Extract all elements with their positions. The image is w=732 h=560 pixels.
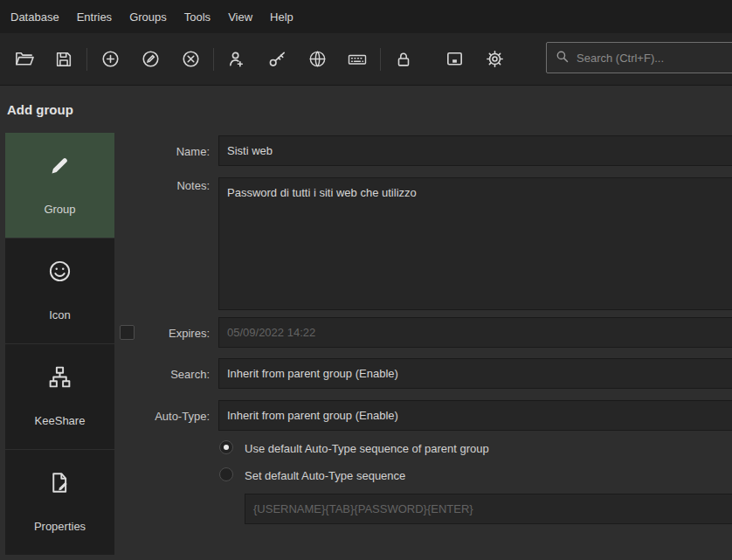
notes-label: Notes:	[122, 179, 210, 192]
save-database-button[interactable]	[44, 40, 84, 79]
sidebar-item-label: Icon	[49, 308, 71, 321]
edit-entry-button[interactable]	[130, 40, 170, 79]
share-hierarchy-icon	[47, 364, 73, 393]
add-entry-button[interactable]	[90, 40, 130, 79]
open-database-button[interactable]	[3, 40, 44, 79]
expires-datetime-field[interactable]: 05/09/2022 14:22	[218, 317, 732, 348]
open-database-icon	[14, 49, 34, 69]
sidebar-item-icon[interactable]: Icon	[5, 239, 114, 343]
autotype-combobox[interactable]: Inherit from parent group (Enable)	[218, 400, 732, 431]
menu-groups[interactable]: Groups	[121, 0, 176, 33]
save-database-icon	[54, 50, 73, 69]
sidebar-item-keeshare[interactable]: KeeShare	[5, 344, 114, 449]
use-default-sequence-label: Use default Auto-Type sequence of parent…	[245, 442, 489, 455]
copy-username-icon	[227, 49, 247, 69]
add-entry-icon	[100, 49, 121, 69]
screenshot-button[interactable]	[434, 40, 474, 79]
screenshot-icon	[445, 49, 465, 69]
edit-group-sidebar: Group Icon KeeShare	[5, 133, 114, 555]
autotype-sequence-field[interactable]: {USERNAME}{TAB}{PASSWORD}{ENTER}	[245, 494, 732, 524]
toolbar-separator	[213, 48, 214, 71]
page-title: Add group	[7, 102, 73, 117]
set-default-sequence-label: Set default Auto-Type sequence	[245, 469, 405, 482]
toolbar	[0, 33, 732, 86]
set-default-sequence-radio[interactable]	[219, 467, 233, 481]
sidebar-item-label: Properties	[34, 520, 86, 533]
autotype-setting-label: Auto-Type:	[122, 410, 210, 423]
menubar: Database Entries Groups Tools View Help	[0, 0, 732, 33]
copy-password-button[interactable]	[257, 40, 297, 79]
delete-entry-button[interactable]	[170, 40, 211, 79]
expires-label: Expires:	[122, 327, 210, 340]
sidebar-item-label: KeeShare	[35, 414, 86, 427]
toolbar-separator	[380, 48, 381, 71]
keepassxc-window: { "colors": { "selected_sidebar_bg": "#3…	[0, 0, 732, 560]
name-label: Name:	[122, 145, 210, 158]
menu-entries[interactable]: Entries	[68, 0, 121, 33]
edit-entry-icon	[141, 49, 161, 69]
gear-icon	[485, 49, 505, 69]
menu-database[interactable]: Database	[2, 0, 68, 33]
search-setting-label: Search:	[122, 368, 210, 381]
perform-autotype-icon	[347, 49, 368, 70]
pencil-icon	[47, 153, 73, 182]
document-edit-icon	[47, 470, 73, 499]
perform-autotype-button[interactable]	[337, 40, 377, 79]
sidebar-item-label: Group	[44, 203, 75, 216]
use-default-sequence-radio[interactable]	[219, 440, 233, 454]
menu-tools[interactable]: Tools	[176, 0, 219, 33]
copy-username-button[interactable]	[217, 40, 257, 79]
notes-textarea[interactable]: Password di tutti i siti web che utilizz…	[218, 177, 732, 310]
delete-entry-icon	[181, 49, 201, 69]
name-input[interactable]	[218, 135, 732, 166]
search-combobox[interactable]: Inherit from parent group (Enable)	[218, 358, 732, 389]
open-url-icon	[307, 49, 328, 69]
smiley-icon	[47, 259, 73, 287]
lock-databases-button[interactable]	[383, 40, 424, 79]
settings-button[interactable]	[474, 40, 514, 79]
menu-view[interactable]: View	[219, 0, 261, 33]
open-url-button[interactable]	[297, 40, 337, 79]
sidebar-item-group[interactable]: Group	[5, 133, 114, 238]
search-box	[546, 42, 732, 73]
copy-password-icon	[267, 49, 287, 69]
sidebar-item-properties[interactable]: Properties	[5, 450, 114, 555]
search-input[interactable]	[577, 52, 716, 65]
toolbar-separator	[86, 48, 87, 71]
lock-icon	[394, 50, 413, 69]
menu-help[interactable]: Help	[261, 0, 302, 33]
search-icon	[555, 49, 570, 67]
